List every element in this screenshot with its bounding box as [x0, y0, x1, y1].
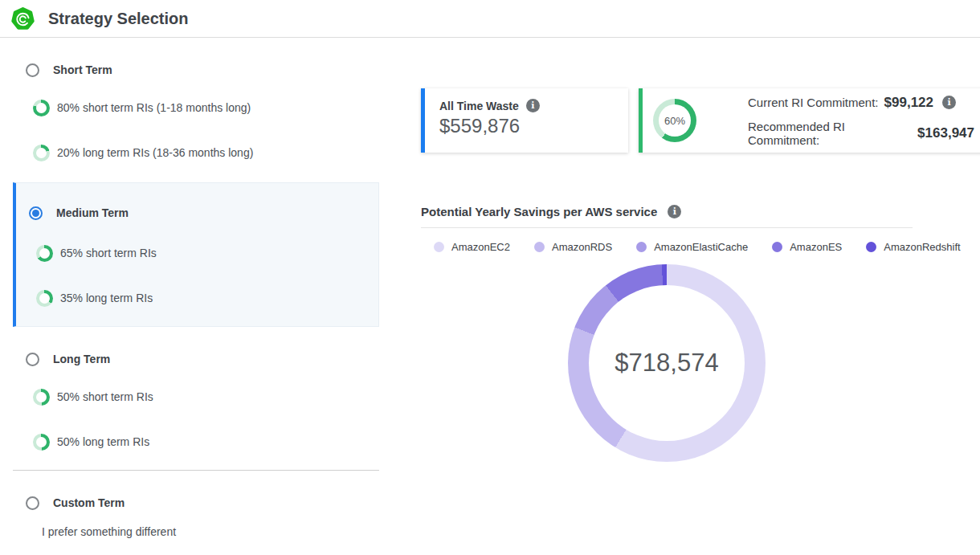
- allocation-label: 65% short term RIs: [60, 247, 157, 259]
- ri-commitment-card: 60% Current RI Commitment: $99,122 Recom…: [639, 88, 980, 153]
- radio-short-term[interactable]: [26, 63, 39, 77]
- strategy-option-long-term[interactable]: Long Term: [0, 349, 379, 369]
- legend-item-amazonredshift[interactable]: AmazonRedshift: [866, 241, 960, 253]
- allocation-item: 65% short term RIs: [16, 231, 378, 275]
- legend-item-amazonrds[interactable]: AmazonRDS: [534, 241, 612, 253]
- strategy-label-long-term: Long Term: [53, 353, 110, 365]
- allocation-donut-icon: [33, 434, 50, 451]
- allocation-item: 35% long term RIs: [16, 275, 378, 320]
- strategy-section-short-term: Short Term 80% short term RIs (1-18 mont…: [0, 60, 379, 175]
- gauge-hole: 60%: [659, 104, 691, 137]
- waste-card-label: All Time Waste: [439, 100, 519, 112]
- radio-medium-term[interactable]: [29, 206, 43, 220]
- chart-divider: [421, 227, 913, 228]
- legend-label: AmazonES: [790, 241, 842, 253]
- allocation-list: 80% short term RIs (1-18 months long) 20…: [0, 85, 379, 175]
- info-icon[interactable]: [526, 99, 540, 112]
- allocation-list: 50% short term RIs 50% long term RIs: [0, 374, 379, 464]
- legend-dot: [636, 242, 647, 252]
- legend-dot: [772, 242, 782, 252]
- strategy-option-custom-term[interactable]: Custom Term: [0, 493, 379, 512]
- info-icon[interactable]: [942, 96, 956, 109]
- all-time-waste-card: All Time Waste $559,876: [421, 88, 628, 153]
- current-ri-commitment-row: Current RI Commitment: $99,122: [748, 95, 980, 111]
- waste-card-value: $559,876: [439, 115, 628, 137]
- strategy-section-long-term: Long Term 50% short term RIs 50% long te…: [0, 349, 379, 464]
- allocation-donut-icon: [36, 245, 53, 262]
- legend-item-amazonec2[interactable]: AmazonEC2: [434, 241, 510, 253]
- page-title: Strategy Selection: [48, 10, 189, 28]
- savings-donut-chart: $718,574: [568, 264, 766, 462]
- allocation-donut-icon: [33, 100, 50, 116]
- savings-chart-section: Potential Yearly Savings per AWS service…: [421, 202, 913, 462]
- legend-label: AmazonElastiCache: [654, 241, 748, 253]
- legend-label: AmazonEC2: [451, 241, 510, 253]
- recommended-ri-commitment-row: Recommended RI Commitment: $163,947: [748, 120, 980, 147]
- info-icon[interactable]: [668, 205, 681, 218]
- panel-divider: [13, 470, 379, 471]
- recommended-ri-value: $163,947: [917, 125, 974, 141]
- app-header: Strategy Selection: [0, 0, 980, 38]
- strategy-section-custom-term: Custom Term I prefer something different: [0, 493, 379, 540]
- allocation-donut-icon: [33, 145, 50, 161]
- legend-item-amazones[interactable]: AmazonES: [772, 241, 842, 253]
- donut-center-total: $718,574: [568, 264, 766, 462]
- chart-title: Potential Yearly Savings per AWS service: [421, 205, 657, 218]
- strategy-label-medium-term: Medium Term: [56, 206, 129, 219]
- chart-legend: AmazonEC2 AmazonRDS AmazonElastiCache Am…: [421, 239, 913, 254]
- legend-dot: [866, 242, 876, 252]
- legend-label: AmazonRDS: [552, 241, 612, 253]
- custom-term-note: I prefer something different: [0, 524, 379, 540]
- strategy-label-short-term: Short Term: [53, 63, 112, 76]
- strategy-option-medium-term[interactable]: Medium Term: [16, 203, 378, 222]
- strategy-option-short-term[interactable]: Short Term: [0, 60, 379, 80]
- allocation-label: 20% long term RIs (18-36 months long): [57, 146, 253, 159]
- legend-dot: [534, 242, 545, 252]
- allocation-label: 35% long term RIs: [60, 292, 153, 304]
- allocation-label: 50% long term RIs: [57, 435, 149, 448]
- allocation-label: 50% short term RIs: [57, 390, 153, 403]
- radio-custom-term[interactable]: [26, 496, 39, 510]
- allocation-item: 80% short term RIs (1-18 months long): [0, 85, 379, 130]
- legend-item-amazonelasticache[interactable]: AmazonElastiCache: [636, 241, 748, 253]
- current-ri-label: Current RI Commitment:: [748, 96, 879, 109]
- allocation-item: 50% short term RIs: [0, 374, 379, 419]
- current-ri-value: $99,122: [884, 95, 933, 111]
- legend-dot: [434, 242, 444, 252]
- commitment-gauge: 60%: [653, 99, 696, 142]
- strategy-section-medium-term: Medium Term 65% short term RIs 35% long …: [13, 182, 379, 327]
- strategy-label-custom-term: Custom Term: [53, 496, 125, 509]
- app-logo-icon: [11, 7, 35, 31]
- legend-label: AmazonRedshift: [884, 241, 960, 253]
- allocation-donut-icon: [33, 389, 50, 406]
- allocation-donut-icon: [36, 290, 53, 307]
- allocation-item: 20% long term RIs (18-36 months long): [0, 130, 379, 175]
- allocation-item: 50% long term RIs: [0, 419, 379, 464]
- radio-long-term[interactable]: [26, 353, 39, 366]
- allocation-list: 65% short term RIs 35% long term RIs: [16, 231, 378, 320]
- strategy-panel: Short Term 80% short term RIs (1-18 mont…: [0, 38, 379, 540]
- gauge-percent-label: 60%: [664, 115, 685, 127]
- allocation-label: 80% short term RIs (1-18 months long): [57, 101, 251, 114]
- recommended-ri-label: Recommended RI Commitment:: [748, 120, 912, 147]
